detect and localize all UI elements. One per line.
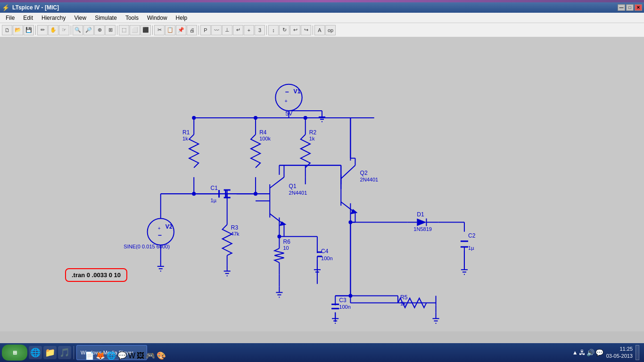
taskbar-paint-icon[interactable]: 🎨: [157, 351, 166, 360]
toolbar-wire[interactable]: 〰: [211, 25, 222, 35]
maximize-button[interactable]: □: [626, 4, 634, 11]
network-icon[interactable]: 🖧: [579, 349, 586, 356]
taskbar-adobe-icon[interactable]: 📄: [85, 351, 94, 360]
toolbar-resistor[interactable]: ⬚: [119, 25, 129, 35]
menu-edit[interactable]: Edit: [19, 14, 37, 22]
svg-point-158: [277, 235, 281, 239]
system-clock[interactable]: 11:25 03-05-2013: [606, 346, 633, 360]
minimize-button[interactable]: —: [618, 4, 625, 11]
taskbar-folder-icon[interactable]: 📁: [43, 346, 57, 359]
toolbar-paste[interactable]: 📌: [176, 25, 186, 35]
toolbar-bus[interactable]: +: [244, 25, 254, 35]
show-desktop-button[interactable]: [636, 345, 639, 360]
toolbar-zoomfit[interactable]: ⊕: [94, 25, 105, 35]
svg-text:1µ: 1µ: [468, 245, 474, 251]
toolbar-label[interactable]: ↵: [233, 25, 243, 35]
svg-text:C1: C1: [210, 185, 218, 191]
svg-marker-150: [417, 218, 426, 226]
tran-annotation: .tran 0 .0033 0 10: [65, 268, 127, 282]
taskbar-skype-icon[interactable]: 💬: [117, 351, 127, 360]
taskbar-word-icon[interactable]: W: [128, 352, 135, 360]
toolbar-zoomin[interactable]: 🔍: [73, 25, 83, 35]
system-tray: ▲ 🖧 🔊 💬 11:25 03-05-2013: [572, 345, 642, 360]
svg-text:SINE(0 0.015 6000): SINE(0 0.015 6000): [124, 244, 170, 249]
toolbar-cap[interactable]: ⬜: [130, 25, 140, 35]
toolbar-move[interactable]: ✋: [48, 25, 58, 35]
canvas-area[interactable]: − + V1 5V + − V2 SINE(0 0.015 6000) R1 1…: [0, 37, 644, 331]
toolbar-text[interactable]: A: [314, 25, 325, 35]
toolbar-sep6: [266, 25, 267, 35]
svg-point-157: [254, 192, 257, 196]
toolbar-sep1: [35, 25, 36, 35]
toolbar-zoom4[interactable]: ⊞: [105, 25, 116, 35]
svg-text:100n: 100n: [339, 304, 351, 310]
taskbar-ie-icon[interactable]: 🌐: [29, 346, 42, 359]
svg-text:D1: D1: [417, 211, 424, 218]
svg-text:−: −: [285, 88, 289, 96]
taskbar-chrome-icon[interactable]: 🌐: [107, 351, 116, 360]
menu-tools[interactable]: Tools: [122, 14, 142, 22]
svg-text:10: 10: [283, 245, 289, 251]
close-button[interactable]: ✕: [635, 4, 642, 11]
tray-icon-1[interactable]: ▲: [572, 349, 578, 356]
svg-text:+: +: [284, 98, 287, 104]
toolbar-place-comp[interactable]: P: [200, 25, 211, 35]
svg-text:100n: 100n: [321, 255, 333, 261]
titlebar-left: ⚡ LTspice IV - [MIC]: [2, 4, 59, 11]
menu-file[interactable]: File: [2, 14, 18, 22]
svg-text:C2: C2: [468, 232, 476, 239]
svg-text:47k: 47k: [231, 231, 239, 237]
toolbar: 🗋 📂 💾 ✏ ✋ ☞ 🔍 🔎 ⊕ ⊞ ⬚ ⬜ ⬛ ✂ 📋 📌 🖨 P 〰 ⊥ …: [0, 23, 644, 37]
toolbar-drag[interactable]: ☞: [59, 25, 69, 35]
menu-hierarchy[interactable]: Hierarchy: [38, 14, 69, 22]
taskbar-game-icon[interactable]: 🎮: [146, 351, 155, 360]
taskbar-photo-icon[interactable]: 🖼: [137, 352, 144, 360]
toolbar-copy[interactable]: 📋: [165, 25, 175, 35]
toolbar-ground[interactable]: ⊥: [222, 25, 232, 35]
circuit-diagram: − + V1 5V + − V2 SINE(0 0.015 6000) R1 1…: [0, 37, 644, 331]
svg-text:5V: 5V: [286, 110, 293, 117]
svg-text:R6: R6: [283, 239, 290, 245]
toolbar-sep7: [313, 25, 313, 35]
svg-text:2N4401: 2N4401: [360, 177, 379, 182]
svg-line-134: [341, 165, 355, 179]
toolbar-new[interactable]: 🗋: [2, 25, 12, 35]
taskbar-media-icon[interactable]: 🎵: [58, 346, 71, 359]
toolbar-op[interactable]: op: [325, 25, 336, 35]
im-icon[interactable]: 💬: [595, 349, 603, 356]
taskbar-firefox-icon[interactable]: 🦊: [96, 351, 105, 360]
svg-line-125: [270, 177, 284, 188]
menu-window[interactable]: Window: [143, 14, 171, 22]
toolbar-sep3: [117, 25, 117, 35]
menu-help[interactable]: Help: [172, 14, 191, 22]
toolbar-cut[interactable]: ✂: [154, 25, 165, 35]
toolbar-rotate[interactable]: ↻: [279, 25, 289, 35]
svg-text:100k: 100k: [259, 136, 271, 141]
toolbar-mirror[interactable]: ↕: [268, 25, 279, 35]
svg-text:Q1: Q1: [289, 183, 297, 189]
clock-date: 03-05-2013: [606, 353, 633, 360]
svg-point-154: [254, 116, 257, 120]
titlebar: ⚡ LTspice IV - [MIC] — □ ✕: [0, 2, 644, 13]
toolbar-edit[interactable]: ✏: [37, 25, 48, 35]
svg-text:1N5819: 1N5819: [413, 226, 432, 232]
svg-point-156: [192, 192, 196, 196]
toolbar-open[interactable]: 📂: [13, 25, 23, 35]
toolbar-save[interactable]: 💾: [24, 25, 34, 35]
toolbar-undo[interactable]: ↩: [290, 25, 300, 35]
toolbar-print[interactable]: 🖨: [187, 25, 197, 35]
svg-text:C4: C4: [321, 248, 329, 255]
toolbar-zoomout[interactable]: 🔎: [83, 25, 94, 35]
svg-text:R3: R3: [231, 224, 239, 231]
toolbar-redo[interactable]: ↪: [301, 25, 311, 35]
toolbar-ind[interactable]: ⬛: [140, 25, 151, 35]
menu-view[interactable]: View: [70, 14, 90, 22]
menu-simulate[interactable]: Simulate: [91, 14, 121, 22]
clock-time: 11:25: [606, 346, 633, 353]
svg-text:1µ: 1µ: [210, 197, 216, 203]
start-button[interactable]: ⊞: [2, 345, 27, 361]
volume-icon[interactable]: 🔊: [586, 349, 594, 356]
app-icon: ⚡: [2, 4, 9, 11]
svg-text:R2: R2: [309, 129, 317, 136]
toolbar-3[interactable]: 3: [255, 25, 265, 35]
